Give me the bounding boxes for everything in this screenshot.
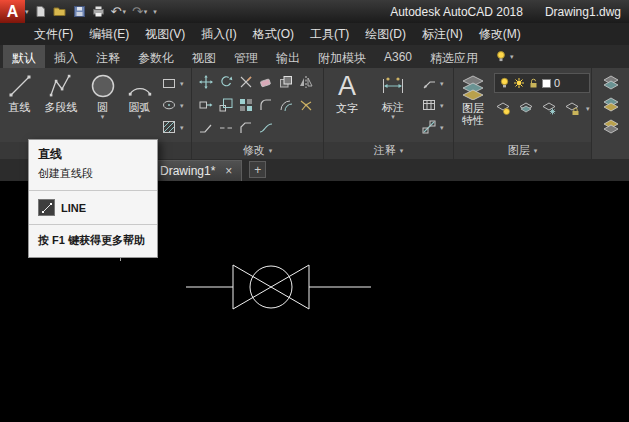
drawing-tab-close-icon[interactable]: ×: [225, 165, 232, 177]
menu-draw[interactable]: 绘图(D): [357, 23, 414, 46]
dimension-button[interactable]: 标注 ▾: [371, 69, 415, 141]
menu-tools[interactable]: 工具(T): [302, 23, 357, 46]
modify-panel-content: [192, 68, 323, 142]
menu-view[interactable]: 视图(V): [137, 23, 193, 46]
undo-button[interactable]: ↶ ▾: [111, 5, 126, 18]
layer-freeze-button[interactable]: [540, 99, 558, 117]
tooltip-title: 直线: [29, 140, 157, 164]
arc-button[interactable]: 圆弧 ▾: [122, 69, 157, 141]
array-button[interactable]: [237, 96, 255, 114]
annotation-scale-button[interactable]: [420, 118, 438, 136]
scale-button[interactable]: [217, 96, 235, 114]
layer-walk-button[interactable]: [602, 95, 620, 113]
erase-button[interactable]: [257, 73, 275, 91]
new-drawing-tab-button[interactable]: +: [249, 161, 266, 178]
layer-state-manager-icon: [602, 73, 620, 91]
tab-annotate[interactable]: 注释: [87, 45, 129, 68]
join-button[interactable]: [197, 119, 215, 137]
undo-chevron-icon[interactable]: ▾: [122, 8, 126, 15]
layer-panel-footer[interactable]: 图层 ▾: [454, 142, 591, 159]
break-button[interactable]: [217, 119, 235, 137]
ellipse-icon: [161, 97, 177, 113]
tab-home[interactable]: 默认: [3, 45, 45, 68]
mirror-button[interactable]: [297, 73, 315, 91]
ellipse-chevron-icon[interactable]: ▾: [180, 102, 184, 109]
circle-button[interactable]: 圆 ▾: [86, 69, 119, 141]
menu-edit[interactable]: 编辑(E): [81, 23, 137, 46]
tab-featured-apps[interactable]: 精选应用: [421, 45, 487, 68]
arc-chevron-icon[interactable]: ▾: [138, 113, 142, 120]
blend-button[interactable]: [257, 119, 275, 137]
polyline-button[interactable]: 多段线: [39, 69, 83, 141]
layer-dropdown[interactable]: 0: [494, 73, 590, 93]
hatch-chevron-icon[interactable]: ▾: [180, 124, 184, 131]
window-title: Autodesk AutoCAD 2018 Drawing1.dwg: [390, 0, 621, 23]
layer-unlock-icon: [528, 77, 539, 89]
trim-button[interactable]: [237, 73, 255, 91]
undo-icon: ↶: [111, 5, 122, 18]
circle-icon: [90, 73, 116, 99]
chamfer-button[interactable]: [237, 119, 255, 137]
menu-modify[interactable]: 修改(M): [471, 23, 529, 46]
save-button[interactable]: [73, 5, 86, 18]
tab-parametric[interactable]: 参数化: [129, 45, 183, 68]
text-button[interactable]: A 文字: [328, 69, 366, 141]
dimension-chevron-icon[interactable]: ▾: [391, 113, 395, 120]
ribbon-options-button[interactable]: ▾: [495, 45, 514, 68]
autocad-window: A ▾ ↶ ▾ ↷ ▾ ▾ Aut: [0, 0, 629, 422]
product-title: Autodesk AutoCAD 2018: [390, 5, 523, 19]
menu-dimension[interactable]: 标注(N): [414, 23, 471, 46]
tab-output[interactable]: 输出: [267, 45, 309, 68]
rectangle-button[interactable]: [160, 74, 178, 92]
layer-properties-button[interactable]: 图层特性: [458, 70, 488, 140]
move-button[interactable]: [197, 73, 215, 91]
line-button[interactable]: 直线: [3, 69, 36, 141]
ellipse-button[interactable]: [160, 96, 178, 114]
layer-isolate-button[interactable]: [517, 99, 535, 117]
fillet-button[interactable]: [257, 96, 275, 114]
table-chevron-icon[interactable]: ▾: [440, 102, 444, 109]
layer-off-button[interactable]: [494, 99, 512, 117]
explode-button[interactable]: [297, 96, 315, 114]
layer-properties-icon: [460, 74, 486, 100]
layer-state-manager-button[interactable]: [602, 73, 620, 91]
tab-view[interactable]: 视图: [183, 45, 225, 68]
tab-insert[interactable]: 插入: [45, 45, 87, 68]
stretch-button[interactable]: [197, 96, 215, 114]
open-button[interactable]: [53, 5, 67, 18]
annotate-panel-footer[interactable]: 注释 ▾: [324, 142, 453, 159]
tab-a360[interactable]: A360: [375, 45, 421, 68]
new-button[interactable]: [34, 5, 47, 18]
layer-match-button[interactable]: [602, 117, 620, 135]
modify-panel-footer[interactable]: 修改 ▾: [192, 142, 323, 159]
autocad-logo[interactable]: A: [0, 0, 25, 23]
menu-format[interactable]: 格式(O): [245, 23, 302, 46]
annotation-scale-chevron-icon[interactable]: ▾: [440, 124, 444, 131]
plot-button[interactable]: [92, 5, 105, 18]
panel-annotate: A 文字 标注 ▾ ▾ ▾: [324, 68, 454, 159]
layer-tool-row: ▾: [494, 99, 590, 117]
layer-tools-chevron-icon[interactable]: ▾: [586, 105, 590, 112]
rotate-button[interactable]: [217, 73, 235, 91]
chamfer-icon: [238, 120, 254, 136]
printer-icon: [92, 5, 105, 18]
table-button[interactable]: [420, 96, 438, 114]
rectangle-chevron-icon[interactable]: ▾: [180, 80, 184, 87]
redo-chevron-icon[interactable]: ▾: [144, 8, 148, 15]
copy-button[interactable]: [277, 73, 295, 91]
leader-chevron-icon[interactable]: ▾: [440, 80, 444, 87]
qat-customize-chevron-icon[interactable]: ▾: [153, 8, 157, 15]
layer-lock-button[interactable]: [563, 99, 581, 117]
circle-chevron-icon[interactable]: ▾: [101, 113, 105, 120]
leader-button[interactable]: [420, 74, 438, 92]
layer-walk-icon: [602, 95, 620, 113]
menu-file[interactable]: 文件(F): [26, 23, 81, 46]
tab-addins[interactable]: 附加模块: [309, 45, 375, 68]
menu-insert[interactable]: 插入(I): [193, 23, 244, 46]
drawing-tab[interactable]: Drawing1* ×: [150, 160, 242, 181]
tab-manage[interactable]: 管理: [225, 45, 267, 68]
hatch-button[interactable]: [160, 118, 178, 136]
app-menu-chevron-icon[interactable]: ▾: [25, 8, 29, 15]
offset-button[interactable]: [277, 96, 295, 114]
redo-button[interactable]: ↷ ▾: [132, 5, 147, 18]
